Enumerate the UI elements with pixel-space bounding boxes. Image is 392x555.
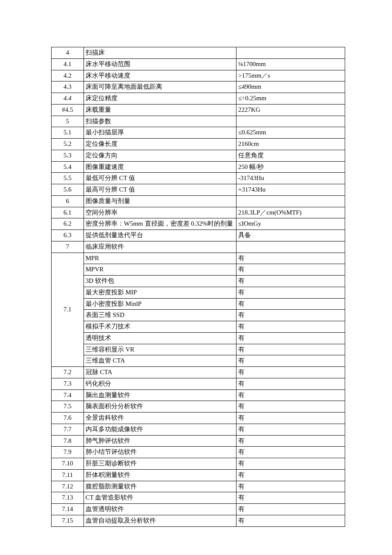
table-row: 最大密度投影 MIP有: [52, 287, 345, 298]
row-description: 肝体积测量软件: [84, 469, 236, 481]
row-description: 肝脏三期诊断软件: [84, 458, 236, 470]
table-row: 7.8肺气肿评估软件有: [52, 435, 345, 447]
table-row: 7.6全景齿科软件有: [52, 413, 345, 424]
table-row: 7.1MPR有: [52, 253, 345, 264]
table-row: 三维容积显示 VR有: [52, 344, 345, 355]
row-value: [236, 116, 345, 127]
row-value: 有: [236, 447, 345, 458]
row-number: 4.4: [52, 93, 84, 105]
row-number: #4.5: [52, 104, 84, 116]
table-row: 5.2定位像长度2160cm: [52, 139, 345, 150]
table-row: 6图像质量与剂量: [52, 195, 345, 207]
row-description: 模拟手术刀技术: [84, 321, 236, 333]
row-value: [236, 241, 345, 253]
row-description: 定位像方向: [84, 150, 236, 161]
row-value: 有: [236, 344, 345, 355]
row-description: 血管自动提取及分析软件: [84, 515, 236, 526]
row-number: 5.6: [52, 184, 84, 196]
row-number: 6.1: [52, 207, 84, 218]
row-description: 床水平移动速度: [84, 70, 236, 81]
table-row: 4.3床面可降至离地面最低距离≤490mm: [52, 81, 345, 93]
row-description: 床载重量: [84, 104, 236, 116]
table-row: #4.5床载重量2227KG: [52, 104, 345, 116]
row-value: 有: [236, 389, 345, 401]
row-description: 图像重建速度: [84, 161, 236, 173]
row-description: 肺小结节评估软件: [84, 447, 236, 458]
row-value: 具备: [236, 230, 345, 241]
row-value: >175mm／s: [236, 70, 345, 81]
row-description: 床水平移动范围: [84, 58, 236, 70]
row-description: 三维容积显示 VR: [84, 344, 236, 355]
row-number: 7.9: [52, 447, 84, 458]
row-description: 肺气肿评估软件: [84, 435, 236, 447]
row-description: 床定位精度: [84, 93, 236, 105]
row-value: 有: [236, 276, 345, 287]
row-value: +31743Hu: [236, 184, 345, 196]
row-number: 7: [52, 241, 84, 253]
table-row: 7临床应用软件: [52, 241, 345, 253]
row-value: -31743Hu: [236, 173, 345, 184]
table-row: 5.1最小扫描层厚≤0.625mm: [52, 127, 345, 139]
row-number: 4.2: [52, 70, 84, 81]
table-row: 7.3钙化积分有: [52, 378, 345, 389]
table-row: 5.4图像重建速度250 幅/秒: [52, 161, 345, 173]
table-row: 4.2床水平移动速度>175mm／s: [52, 70, 345, 81]
row-value: 有: [236, 492, 345, 504]
row-value: 有: [236, 264, 345, 276]
row-number: 6.3: [52, 230, 84, 241]
row-description: 定位像长度: [84, 139, 236, 150]
row-description: 提供低剂量迭代平台: [84, 230, 236, 241]
row-description: 腹腔脂肪测量软件: [84, 481, 236, 492]
table-row: 7.13CT 血管造影软件有: [52, 492, 345, 504]
table-row: 最小密度投影 MinlP有: [52, 298, 345, 310]
row-description: 血管透明软件: [84, 504, 236, 515]
row-description: 临床应用软件: [84, 241, 236, 253]
row-value: 218.3LP／cm(O%MTF): [236, 207, 345, 218]
row-number: 5.5: [52, 173, 84, 184]
row-description: CT 血管造影软件: [84, 492, 236, 504]
table-row: 7.12腹腔脂肪测量软件有: [52, 481, 345, 492]
row-number: 4.3: [52, 81, 84, 93]
row-description: 冠脉 CTA: [84, 367, 236, 378]
table-row: 三维血管 CTA有: [52, 355, 345, 367]
row-value: 有: [236, 401, 345, 413]
row-value: 有: [236, 515, 345, 526]
row-value: ⅛1700mm: [236, 58, 345, 70]
table-row: 5扫描参数: [52, 116, 345, 127]
table-row: 7.2冠脉 CTA有: [52, 367, 345, 378]
row-value: 有: [236, 424, 345, 435]
row-number: 6: [52, 195, 84, 207]
row-number: 5.4: [52, 161, 84, 173]
table-row: 7.7内耳多功能成像软件有: [52, 424, 345, 435]
row-description: 最大密度投影 MIP: [84, 287, 236, 298]
row-description: 最小密度投影 MinlP: [84, 298, 236, 310]
table-row: 7.14血管透明软件有: [52, 504, 345, 515]
row-value: ≤490mm: [236, 81, 345, 93]
row-description: 扫描参数: [84, 116, 236, 127]
row-description: 表面三维 SSD: [84, 310, 236, 321]
row-value: 有: [236, 332, 345, 344]
row-number: 7.6: [52, 413, 84, 424]
row-number: 7.15: [52, 515, 84, 526]
row-number: 4.1: [52, 58, 84, 70]
table-row: 5.3定位像方向任意角度: [52, 150, 345, 161]
table-row: 6.2密度分辨率：W5mm 直径圆，密度差 0.32%时的剂量≤IOmGy: [52, 218, 345, 230]
row-value: 有: [236, 378, 345, 389]
row-description: 最小扫描层厚: [84, 127, 236, 139]
row-value: 250 幅/秒: [236, 161, 345, 173]
row-number: 7.8: [52, 435, 84, 447]
row-number: 7.1: [52, 253, 84, 367]
row-number: 7.5: [52, 401, 84, 413]
table-row: 7.11肝体积测量软件有: [52, 469, 345, 481]
row-value: 2227KG: [236, 104, 345, 116]
row-description: 扫描床: [84, 47, 236, 59]
row-value: 任意角度: [236, 150, 345, 161]
spec-table: 4扫描床4.1床水平移动范围⅛1700mm4.2床水平移动速度>175mm／s4…: [51, 47, 345, 527]
row-value: ≤0.625mm: [236, 127, 345, 139]
table-row: 透明技术有: [52, 332, 345, 344]
row-value: 有: [236, 469, 345, 481]
row-value: 有: [236, 481, 345, 492]
row-number: 4: [52, 47, 84, 59]
row-value: 有: [236, 458, 345, 470]
row-description: 图像质量与剂量: [84, 195, 236, 207]
